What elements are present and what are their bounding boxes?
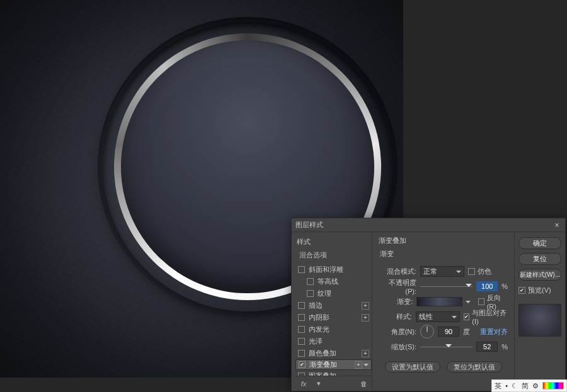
fx-inner-glow-label: 内发光 <box>309 325 369 334</box>
reset-align-link[interactable]: 重置对齐 <box>480 327 508 337</box>
fx-bevel-label: 斜面和浮雕 <box>309 265 369 274</box>
scale-field[interactable]: 52 <box>476 342 498 352</box>
reverse-checkbox[interactable] <box>478 298 484 305</box>
align-checkbox[interactable] <box>464 313 470 320</box>
fx-gradient-overlay[interactable]: 渐变叠加 + <box>295 359 372 370</box>
fx-texture[interactable]: 纹理 <box>295 288 372 300</box>
fx-color-overlay-label: 颜色叠加 <box>309 349 362 358</box>
add-icon[interactable]: + <box>362 350 369 357</box>
ok-button[interactable]: 确定 <box>518 237 561 249</box>
ime-dot-icon[interactable]: • <box>505 382 508 389</box>
new-style-button[interactable]: 新建样式(W)... <box>518 269 561 281</box>
fx-inner-shadow[interactable]: 内阴影 + <box>295 311 372 323</box>
row-angle: 角度(N): 90 度 重置对齐 <box>379 325 508 338</box>
fx-satin-check[interactable] <box>298 338 305 345</box>
blend-options-row[interactable]: 混合选项 <box>295 249 372 264</box>
preview-check-wrap[interactable]: 预览(V) <box>518 286 561 295</box>
fx-contour[interactable]: 等高线 <box>295 276 372 288</box>
row-gradient: 渐变: 反向(R) <box>379 295 508 308</box>
gradient-label: 渐变: <box>379 297 413 306</box>
fx-color-overlay[interactable]: 颜色叠加 + <box>295 347 372 359</box>
fx-texture-check[interactable] <box>307 290 314 297</box>
fx-satin[interactable]: 光泽 <box>295 335 372 347</box>
trash-icon[interactable]: 🗑 <box>359 379 368 388</box>
effects-column: 样式 混合选项 斜面和浮雕 等高线 纹理 描边 + <box>292 232 372 391</box>
row-style: 样式: 线性 与图层对齐(I) <box>379 310 508 323</box>
blend-mode-value: 正常 <box>423 267 437 276</box>
fx-gradient-overlay-check[interactable] <box>299 361 306 368</box>
fx-inner-glow[interactable]: 内发光 <box>295 323 372 335</box>
dither-checkbox[interactable] <box>468 268 475 275</box>
angle-field[interactable]: 90 <box>438 327 459 337</box>
align-check-wrap[interactable]: 与图层对齐(I) <box>464 308 508 325</box>
fx-pattern-overlay-label: 图案叠加 <box>309 371 369 376</box>
style-preview <box>518 304 561 337</box>
dialog-title: 图层样式 <box>295 220 553 230</box>
blend-mode-select[interactable]: 正常 <box>420 266 464 277</box>
fx-menu-icon[interactable]: fx <box>299 379 308 388</box>
fx-inner-shadow-check[interactable] <box>298 314 305 321</box>
fx-inner-glow-check[interactable] <box>298 326 305 333</box>
fx-contour-check[interactable] <box>307 278 314 285</box>
cancel-button[interactable]: 复位 <box>518 253 561 265</box>
fx-bevel-check[interactable] <box>298 266 305 273</box>
fx-pattern-overlay[interactable]: 图案叠加 <box>295 370 372 376</box>
preview-label: 预览(V) <box>528 286 551 295</box>
style-select[interactable]: 线性 <box>416 311 460 322</box>
style-label: 样式: <box>379 312 412 322</box>
reverse-check-wrap[interactable]: 反向(R) <box>478 293 508 310</box>
fx-bevel[interactable]: 斜面和浮雕 <box>295 264 372 276</box>
fx-texture-label: 纹理 <box>318 289 369 298</box>
hue-strip-icon[interactable] <box>542 382 564 389</box>
row-scale: 缩放(S): 52 % <box>379 340 508 353</box>
dither-label: 仿色 <box>478 267 491 276</box>
add-icon[interactable]: + <box>362 302 369 310</box>
row-defaults: 设置为默认值 复位为默认值 <box>379 361 508 373</box>
align-label: 与图层对齐(I) <box>472 308 508 325</box>
close-icon[interactable]: × <box>553 221 561 230</box>
effects-header[interactable]: 样式 <box>295 236 372 249</box>
gradient-picker[interactable] <box>416 297 462 306</box>
gear-icon[interactable]: ⚙ <box>532 382 539 390</box>
fx-color-overlay-check[interactable] <box>298 350 305 357</box>
blend-mode-label: 混合模式: <box>379 267 416 276</box>
settings-column: 渐变叠加 渐变 混合模式: 正常 仿色 不透明度(P): 100 % 渐变: <box>372 232 515 391</box>
preview-checkbox[interactable] <box>518 287 525 294</box>
row-opacity: 不透明度(P): 100 % <box>379 280 508 293</box>
scale-slider[interactable] <box>420 342 472 351</box>
fx-pattern-overlay-check[interactable] <box>298 372 305 376</box>
opacity-slider[interactable] <box>420 282 472 291</box>
fx-gradient-overlay-label: 渐变叠加 <box>309 360 355 369</box>
reset-default-button[interactable]: 复位为默认值 <box>447 361 502 372</box>
dialog-body: 样式 混合选项 斜面和浮雕 等高线 纹理 描边 + <box>292 232 565 391</box>
ime-script[interactable]: 简 <box>522 381 529 391</box>
actions-column: 确定 复位 新建样式(W)... 预览(V) <box>515 232 565 391</box>
scale-label: 缩放(S): <box>379 342 416 352</box>
make-default-button[interactable]: 设置为默认值 <box>385 361 440 372</box>
ime-lang[interactable]: 英 <box>495 381 501 391</box>
effects-footer: fx ▾ 🗑 <box>295 376 372 391</box>
angle-unit: 度 <box>463 327 470 337</box>
row-blend-mode: 混合模式: 正常 仿色 <box>379 265 508 277</box>
fx-stroke-check[interactable] <box>298 302 305 309</box>
layer-style-dialog: 图层样式 × 样式 混合选项 斜面和浮雕 等高线 纹理 <box>291 218 566 391</box>
add-icon[interactable]: + <box>355 361 362 369</box>
add-icon[interactable]: + <box>362 314 369 322</box>
fx-satin-label: 光泽 <box>309 337 369 346</box>
opacity-field[interactable]: 100 <box>476 281 498 291</box>
scale-unit: % <box>501 343 508 350</box>
style-value: 线性 <box>419 312 433 322</box>
fx-inner-shadow-label: 内阴影 <box>309 313 362 322</box>
settings-group-title: 渐变 <box>380 249 508 259</box>
dither-check-wrap[interactable]: 仿色 <box>468 267 491 276</box>
fx-stroke-label: 描边 <box>309 301 362 310</box>
ime-tray: 英 • ☾ 简 ⚙ <box>491 379 567 392</box>
effects-list: 斜面和浮雕 等高线 纹理 描边 + 内阴影 + <box>295 264 372 376</box>
dialog-titlebar[interactable]: 图层样式 × <box>292 218 565 232</box>
fx-stroke[interactable]: 描边 + <box>295 300 372 311</box>
angle-dial[interactable] <box>420 325 434 339</box>
reverse-label: 反向(R) <box>487 293 508 310</box>
moon-icon[interactable]: ☾ <box>512 382 518 390</box>
chevron-down-icon[interactable]: ▾ <box>314 379 323 388</box>
fx-contour-label: 等高线 <box>318 277 369 286</box>
